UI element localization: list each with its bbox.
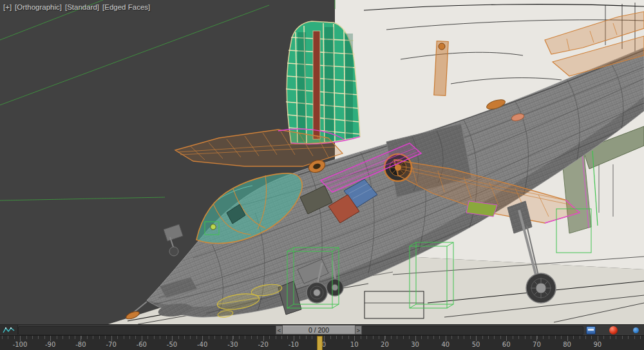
trackbar-label: -100 <box>13 341 28 348</box>
trackbar-minor-tick <box>154 336 155 339</box>
trackbar-minor-tick <box>585 336 586 339</box>
viewport-menu-general[interactable]: [+] <box>3 3 12 11</box>
trackbar-label: -10 <box>289 341 299 348</box>
trackbar-minor-tick <box>379 336 379 339</box>
trackbar-minor-tick <box>57 336 57 339</box>
trackbar-minor-tick <box>251 336 252 339</box>
trackbar-minor-tick <box>178 336 179 339</box>
trackbar-label: 90 <box>593 341 601 348</box>
viewport-menu-renderer[interactable]: [Standard] <box>65 3 99 11</box>
trackbar-minor-tick <box>634 336 635 339</box>
trackbar-major-tick <box>567 336 568 341</box>
trackbar-minor-tick <box>622 336 623 339</box>
trackbar-major-tick <box>111 336 112 341</box>
trackbar-minor-tick <box>361 336 361 339</box>
trackbar-minor-tick <box>196 336 197 339</box>
cockpit-light <box>211 224 216 229</box>
trackbar-label: 40 <box>441 341 450 348</box>
trackbar-minor-tick <box>227 336 227 339</box>
red-sphere-icon[interactable] <box>609 326 618 335</box>
trackbar-minor-tick <box>373 336 374 339</box>
trackbar-minor-tick <box>14 336 15 339</box>
trackbar-minor-tick <box>494 336 495 339</box>
trackbar-major-tick <box>536 336 537 341</box>
viewport-menu-pov[interactable]: [Orthographic] <box>15 3 62 11</box>
trackbar-minor-tick <box>464 336 464 339</box>
trackbar-minor-tick <box>87 336 88 339</box>
trackbar-label: 60 <box>502 341 511 348</box>
trackbar-minor-tick <box>342 336 343 339</box>
trackbar-minor-tick <box>555 336 556 339</box>
viewport[interactable]: [+] [Orthographic] [Standard] [Edged Fac… <box>0 0 644 324</box>
current-frame-marker[interactable] <box>317 336 323 350</box>
trackbar-minor-tick <box>299 336 300 339</box>
tail-fin[interactable] <box>286 21 360 144</box>
trackbar-minor-tick <box>531 336 531 339</box>
trackbar-major-tick <box>415 336 416 341</box>
trackbar-label: 30 <box>411 341 419 348</box>
trackbar-minor-tick <box>561 336 562 339</box>
trackbar-label: 50 <box>472 341 480 348</box>
trackbar-minor-tick <box>428 336 428 339</box>
trackbar-label: 20 <box>381 341 389 348</box>
trackbar-minor-tick <box>409 336 410 339</box>
trackbar-minor-tick <box>269 336 270 339</box>
trackbar-minor-tick <box>287 336 288 339</box>
trackbar-label: -50 <box>167 341 177 348</box>
trackbar-minor-tick <box>591 336 592 339</box>
trackbar-minor-tick <box>628 336 629 339</box>
trackbar-ruler[interactable]: -100-90-80-70-60-50-40-30-20-10010203040… <box>0 335 644 350</box>
trackbar-minor-tick <box>129 336 130 339</box>
trackbar-minor-tick <box>603 336 604 339</box>
trackbar-minor-tick <box>239 336 240 339</box>
previous-frame-button[interactable]: < <box>276 326 283 335</box>
trackbar-minor-tick <box>610 336 611 339</box>
trackbar-minor-tick <box>8 336 8 339</box>
trackbar-minor-tick <box>439 336 440 339</box>
time-slider-bar: < 0 / 200 > <box>0 324 644 335</box>
trackbar-minor-tick <box>166 336 167 339</box>
current-frame-display[interactable]: 0 / 200 <box>283 326 355 335</box>
time-slider-thumb[interactable]: < 0 / 200 > <box>276 326 362 335</box>
trackbar-minor-tick <box>640 336 641 339</box>
trackbar-minor-tick <box>214 336 215 339</box>
trackbar-label: 10 <box>350 341 359 348</box>
trackbar-major-tick <box>20 336 21 341</box>
trackbar-minor-tick <box>513 336 513 339</box>
trackbar-minor-tick <box>348 336 349 339</box>
trackbar-major-tick <box>142 336 142 341</box>
trackbar-minor-tick <box>525 336 526 339</box>
next-frame-button[interactable]: > <box>355 326 362 335</box>
trackbar-major-tick <box>263 336 264 341</box>
trackbar-major-tick <box>476 336 477 341</box>
trackbar-minor-tick <box>421 336 422 339</box>
display-panel-icon[interactable] <box>586 326 596 335</box>
trackbar-minor-tick <box>32 336 33 339</box>
trackbar-minor-tick <box>257 336 258 339</box>
trackbar-minor-tick <box>221 336 222 339</box>
trackbar-minor-tick <box>573 336 574 339</box>
trackbar-minor-tick <box>160 336 160 339</box>
trackbar-minor-tick <box>26 336 27 339</box>
open-mini-curve-editor-button[interactable] <box>0 325 18 335</box>
fin-spar <box>313 31 320 139</box>
blue-dot-icon[interactable] <box>633 327 639 333</box>
viewport-menu-shading[interactable]: [Edged Faces] <box>102 3 150 11</box>
trackbar-minor-tick <box>44 336 45 339</box>
viewport-canvas[interactable] <box>0 0 644 324</box>
trackbar-label: -60 <box>137 341 147 348</box>
trackbar-minor-tick <box>245 336 245 339</box>
trackbar-minor-tick <box>190 336 191 339</box>
trackbar-label: -30 <box>227 341 238 348</box>
trackbar-minor-tick <box>99 336 100 339</box>
trackbar-minor-tick <box>306 336 307 339</box>
trackbar-major-tick <box>354 336 355 341</box>
trackbar-minor-tick <box>38 336 39 339</box>
trackbar-minor-tick <box>135 336 136 339</box>
trackbar-minor-tick <box>458 336 459 339</box>
outrigger-wheel <box>169 247 178 256</box>
trackbar-major-tick <box>172 336 173 341</box>
trackbar-minor-tick <box>124 336 124 339</box>
trackbar-minor-tick <box>2 336 3 339</box>
antenna-mast <box>434 41 448 96</box>
